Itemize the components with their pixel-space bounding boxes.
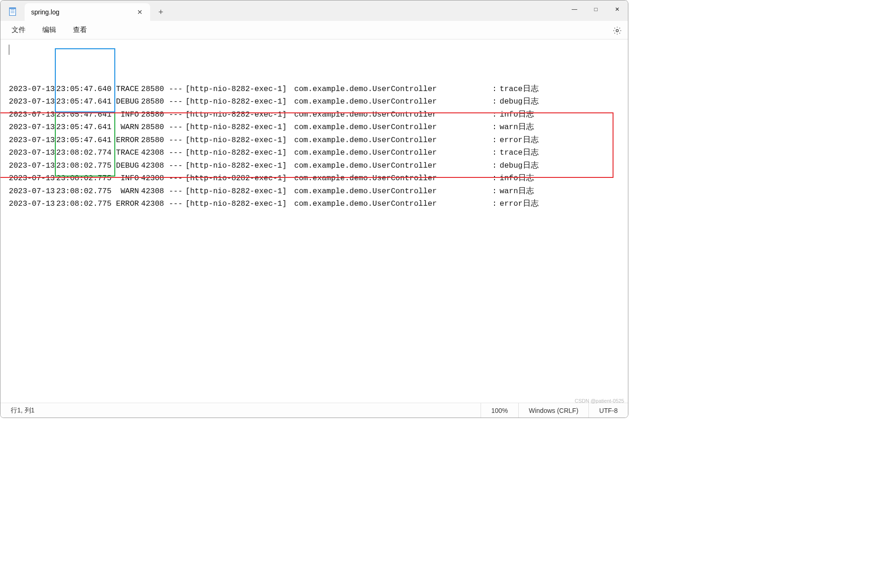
log-msg: warn日志 xyxy=(500,185,534,198)
log-sep: --- xyxy=(166,146,185,159)
notepad-icon xyxy=(8,7,17,16)
log-time: 23:05:47.640 xyxy=(54,83,113,96)
log-date: 2023-07-13 xyxy=(9,83,54,96)
menu-file[interactable]: 文件 xyxy=(3,23,34,37)
log-level: DEBUG xyxy=(113,95,139,108)
log-sep: --- xyxy=(166,108,185,121)
log-time: 23:05:47.641 xyxy=(54,108,113,121)
log-msg: debug日志 xyxy=(500,95,539,108)
log-thread: [http-nio-8282-exec-1] xyxy=(185,197,294,210)
log-thread: [http-nio-8282-exec-1] xyxy=(185,95,294,108)
log-date: 2023-07-13 xyxy=(9,146,54,159)
log-pid: 42308 xyxy=(139,146,166,159)
log-thread: [http-nio-8282-exec-1] xyxy=(185,159,294,172)
log-line: 2023-07-1323:05:47.641INFO28580---[http-… xyxy=(9,108,628,121)
log-level: INFO xyxy=(113,172,139,185)
log-msg: info日志 xyxy=(500,108,534,121)
log-level: DEBUG xyxy=(113,159,139,172)
log-date: 2023-07-13 xyxy=(9,134,54,147)
log-line: 2023-07-1323:08:02.774TRACE42308---[http… xyxy=(9,146,628,159)
log-colon: : xyxy=(492,95,500,108)
log-colon: : xyxy=(492,197,500,210)
log-sep: --- xyxy=(166,159,185,172)
close-button[interactable]: ✕ xyxy=(607,0,628,18)
tab-spring-log[interactable]: spring.log ✕ xyxy=(25,3,150,21)
log-pid: 28580 xyxy=(139,121,166,134)
log-date: 2023-07-13 xyxy=(9,197,54,210)
log-msg: error日志 xyxy=(500,134,539,147)
log-text-area[interactable]: 2023-07-1323:05:47.640TRACE28580---[http… xyxy=(0,44,628,210)
log-colon: : xyxy=(492,146,500,159)
log-date: 2023-07-13 xyxy=(9,185,54,198)
log-level: TRACE xyxy=(113,83,139,96)
log-thread: [http-nio-8282-exec-1] xyxy=(185,121,294,134)
statusbar: 行1, 列1 100% Windows (CRLF) UTF-8 xyxy=(0,403,628,418)
log-sep: --- xyxy=(166,134,185,147)
log-level: WARN xyxy=(113,121,139,134)
menu-edit[interactable]: 编辑 xyxy=(34,23,65,37)
log-line: 2023-07-1323:05:47.641WARN28580---[http-… xyxy=(9,121,628,134)
log-date: 2023-07-13 xyxy=(9,159,54,172)
new-tab-button[interactable]: + xyxy=(153,4,169,20)
tab-close-button[interactable]: ✕ xyxy=(134,7,145,18)
log-level: TRACE xyxy=(113,146,139,159)
log-logger: com.example.demo.UserController xyxy=(294,185,492,198)
log-colon: : xyxy=(492,121,500,134)
log-pid: 42308 xyxy=(139,185,166,198)
status-position: 行1, 列1 xyxy=(0,406,481,415)
log-logger: com.example.demo.UserController xyxy=(294,121,492,134)
log-line: 2023-07-1323:08:02.775WARN42308---[http-… xyxy=(9,185,628,198)
log-level: ERROR xyxy=(113,134,139,147)
log-thread: [http-nio-8282-exec-1] xyxy=(185,108,294,121)
log-time: 23:08:02.775 xyxy=(54,172,113,185)
log-msg: info日志 xyxy=(500,172,534,185)
log-colon: : xyxy=(492,185,500,198)
log-level: INFO xyxy=(113,108,139,121)
log-colon: : xyxy=(492,134,500,147)
log-logger: com.example.demo.UserController xyxy=(294,83,492,96)
window-controls: — □ ✕ xyxy=(564,0,628,18)
log-line: 2023-07-1323:08:02.775ERROR42308---[http… xyxy=(9,197,628,210)
log-date: 2023-07-13 xyxy=(9,172,54,185)
log-sep: --- xyxy=(166,197,185,210)
maximize-button[interactable]: □ xyxy=(585,0,607,18)
minimize-button[interactable]: — xyxy=(564,0,585,18)
log-sep: --- xyxy=(166,95,185,108)
log-time: 23:05:47.641 xyxy=(54,121,113,134)
log-level: WARN xyxy=(113,185,139,198)
log-logger: com.example.demo.UserController xyxy=(294,197,492,210)
log-colon: : xyxy=(492,108,500,121)
editor-content[interactable]: 2023-07-1323:05:47.640TRACE28580---[http… xyxy=(0,39,628,403)
log-thread: [http-nio-8282-exec-1] xyxy=(185,172,294,185)
log-line: 2023-07-1323:08:02.775INFO42308---[http-… xyxy=(9,172,628,185)
watermark: CSDN @patient-0525 xyxy=(574,398,624,404)
status-eol: Windows (CRLF) xyxy=(518,403,589,418)
settings-button[interactable] xyxy=(611,25,623,37)
log-date: 2023-07-13 xyxy=(9,95,54,108)
log-colon: : xyxy=(492,172,500,185)
log-logger: com.example.demo.UserController xyxy=(294,172,492,185)
log-time: 23:08:02.775 xyxy=(54,159,113,172)
log-pid: 42308 xyxy=(139,172,166,185)
log-logger: com.example.demo.UserController xyxy=(294,95,492,108)
log-msg: trace日志 xyxy=(500,146,539,159)
log-logger: com.example.demo.UserController xyxy=(294,134,492,147)
log-pid: 28580 xyxy=(139,95,166,108)
log-msg: error日志 xyxy=(500,197,539,210)
log-msg: debug日志 xyxy=(500,159,539,172)
log-date: 2023-07-13 xyxy=(9,121,54,134)
log-msg: warn日志 xyxy=(500,121,534,134)
log-time: 23:05:47.641 xyxy=(54,95,113,108)
svg-point-5 xyxy=(616,30,619,32)
status-zoom[interactable]: 100% xyxy=(481,403,518,418)
log-time: 23:08:02.774 xyxy=(54,146,113,159)
menu-view[interactable]: 查看 xyxy=(65,23,95,37)
tab-title: spring.log xyxy=(31,8,134,16)
log-msg: trace日志 xyxy=(500,83,539,96)
log-line: 2023-07-1323:05:47.641ERROR28580---[http… xyxy=(9,134,628,147)
menubar: 文件 编辑 查看 xyxy=(0,21,628,39)
svg-rect-4 xyxy=(9,8,15,9)
log-thread: [http-nio-8282-exec-1] xyxy=(185,185,294,198)
log-date: 2023-07-13 xyxy=(9,108,54,121)
log-pid: 28580 xyxy=(139,83,166,96)
